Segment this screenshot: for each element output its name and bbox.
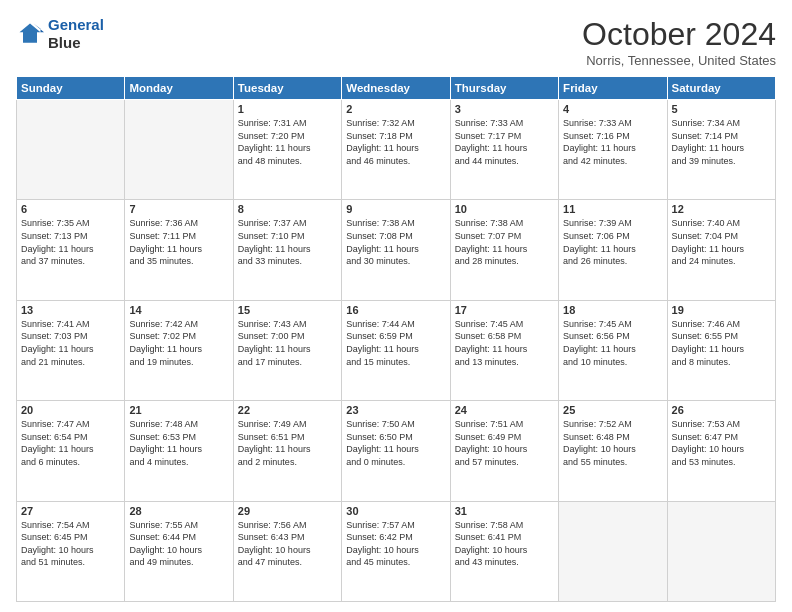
calendar-header: SundayMondayTuesdayWednesdayThursdayFrid…	[17, 77, 776, 100]
logo-icon	[16, 20, 44, 48]
calendar-cell: 2Sunrise: 7:32 AM Sunset: 7:18 PM Daylig…	[342, 100, 450, 200]
day-number: 25	[563, 404, 662, 416]
day-number: 12	[672, 203, 771, 215]
day-number: 22	[238, 404, 337, 416]
calendar-body: 1Sunrise: 7:31 AM Sunset: 7:20 PM Daylig…	[17, 100, 776, 602]
month-title: October 2024	[582, 16, 776, 53]
day-number: 15	[238, 304, 337, 316]
day-info: Sunrise: 7:52 AM Sunset: 6:48 PM Dayligh…	[563, 418, 662, 468]
title-block: October 2024 Norris, Tennessee, United S…	[582, 16, 776, 68]
day-info: Sunrise: 7:45 AM Sunset: 6:56 PM Dayligh…	[563, 318, 662, 368]
day-info: Sunrise: 7:38 AM Sunset: 7:07 PM Dayligh…	[455, 217, 554, 267]
logo: General Blue	[16, 16, 104, 52]
weekday-header: Saturday	[667, 77, 775, 100]
day-info: Sunrise: 7:54 AM Sunset: 6:45 PM Dayligh…	[21, 519, 120, 569]
day-number: 19	[672, 304, 771, 316]
calendar-cell: 30Sunrise: 7:57 AM Sunset: 6:42 PM Dayli…	[342, 501, 450, 601]
day-number: 11	[563, 203, 662, 215]
day-number: 28	[129, 505, 228, 517]
calendar-cell	[125, 100, 233, 200]
day-info: Sunrise: 7:48 AM Sunset: 6:53 PM Dayligh…	[129, 418, 228, 468]
calendar-cell: 11Sunrise: 7:39 AM Sunset: 7:06 PM Dayli…	[559, 200, 667, 300]
day-number: 21	[129, 404, 228, 416]
day-info: Sunrise: 7:47 AM Sunset: 6:54 PM Dayligh…	[21, 418, 120, 468]
day-info: Sunrise: 7:53 AM Sunset: 6:47 PM Dayligh…	[672, 418, 771, 468]
weekday-header: Tuesday	[233, 77, 341, 100]
day-number: 6	[21, 203, 120, 215]
day-info: Sunrise: 7:40 AM Sunset: 7:04 PM Dayligh…	[672, 217, 771, 267]
calendar-cell: 8Sunrise: 7:37 AM Sunset: 7:10 PM Daylig…	[233, 200, 341, 300]
calendar-cell: 14Sunrise: 7:42 AM Sunset: 7:02 PM Dayli…	[125, 300, 233, 400]
calendar-cell: 18Sunrise: 7:45 AM Sunset: 6:56 PM Dayli…	[559, 300, 667, 400]
day-number: 7	[129, 203, 228, 215]
calendar-cell: 21Sunrise: 7:48 AM Sunset: 6:53 PM Dayli…	[125, 401, 233, 501]
calendar-cell: 15Sunrise: 7:43 AM Sunset: 7:00 PM Dayli…	[233, 300, 341, 400]
calendar-cell: 23Sunrise: 7:50 AM Sunset: 6:50 PM Dayli…	[342, 401, 450, 501]
day-number: 16	[346, 304, 445, 316]
day-number: 23	[346, 404, 445, 416]
calendar-cell	[667, 501, 775, 601]
day-number: 13	[21, 304, 120, 316]
day-info: Sunrise: 7:56 AM Sunset: 6:43 PM Dayligh…	[238, 519, 337, 569]
weekday-row: SundayMondayTuesdayWednesdayThursdayFrid…	[17, 77, 776, 100]
day-info: Sunrise: 7:49 AM Sunset: 6:51 PM Dayligh…	[238, 418, 337, 468]
calendar-cell: 27Sunrise: 7:54 AM Sunset: 6:45 PM Dayli…	[17, 501, 125, 601]
day-info: Sunrise: 7:33 AM Sunset: 7:16 PM Dayligh…	[563, 117, 662, 167]
calendar-week: 27Sunrise: 7:54 AM Sunset: 6:45 PM Dayli…	[17, 501, 776, 601]
weekday-header: Friday	[559, 77, 667, 100]
day-number: 24	[455, 404, 554, 416]
calendar-cell: 31Sunrise: 7:58 AM Sunset: 6:41 PM Dayli…	[450, 501, 558, 601]
weekday-header: Thursday	[450, 77, 558, 100]
weekday-header: Sunday	[17, 77, 125, 100]
day-number: 1	[238, 103, 337, 115]
day-number: 31	[455, 505, 554, 517]
day-number: 18	[563, 304, 662, 316]
day-number: 30	[346, 505, 445, 517]
day-number: 9	[346, 203, 445, 215]
day-info: Sunrise: 7:39 AM Sunset: 7:06 PM Dayligh…	[563, 217, 662, 267]
day-info: Sunrise: 7:32 AM Sunset: 7:18 PM Dayligh…	[346, 117, 445, 167]
calendar-cell: 4Sunrise: 7:33 AM Sunset: 7:16 PM Daylig…	[559, 100, 667, 200]
calendar-cell: 16Sunrise: 7:44 AM Sunset: 6:59 PM Dayli…	[342, 300, 450, 400]
calendar-cell: 12Sunrise: 7:40 AM Sunset: 7:04 PM Dayli…	[667, 200, 775, 300]
day-info: Sunrise: 7:38 AM Sunset: 7:08 PM Dayligh…	[346, 217, 445, 267]
calendar-week: 6Sunrise: 7:35 AM Sunset: 7:13 PM Daylig…	[17, 200, 776, 300]
day-info: Sunrise: 7:58 AM Sunset: 6:41 PM Dayligh…	[455, 519, 554, 569]
calendar-cell	[559, 501, 667, 601]
logo-line1: General	[48, 16, 104, 33]
weekday-header: Wednesday	[342, 77, 450, 100]
day-info: Sunrise: 7:45 AM Sunset: 6:58 PM Dayligh…	[455, 318, 554, 368]
calendar-cell: 10Sunrise: 7:38 AM Sunset: 7:07 PM Dayli…	[450, 200, 558, 300]
day-number: 2	[346, 103, 445, 115]
calendar-cell: 13Sunrise: 7:41 AM Sunset: 7:03 PM Dayli…	[17, 300, 125, 400]
calendar-cell: 19Sunrise: 7:46 AM Sunset: 6:55 PM Dayli…	[667, 300, 775, 400]
day-info: Sunrise: 7:37 AM Sunset: 7:10 PM Dayligh…	[238, 217, 337, 267]
day-info: Sunrise: 7:55 AM Sunset: 6:44 PM Dayligh…	[129, 519, 228, 569]
calendar-cell: 25Sunrise: 7:52 AM Sunset: 6:48 PM Dayli…	[559, 401, 667, 501]
day-info: Sunrise: 7:43 AM Sunset: 7:00 PM Dayligh…	[238, 318, 337, 368]
day-info: Sunrise: 7:44 AM Sunset: 6:59 PM Dayligh…	[346, 318, 445, 368]
calendar: SundayMondayTuesdayWednesdayThursdayFrid…	[16, 76, 776, 602]
location: Norris, Tennessee, United States	[582, 53, 776, 68]
calendar-cell: 5Sunrise: 7:34 AM Sunset: 7:14 PM Daylig…	[667, 100, 775, 200]
day-number: 27	[21, 505, 120, 517]
calendar-cell: 6Sunrise: 7:35 AM Sunset: 7:13 PM Daylig…	[17, 200, 125, 300]
day-info: Sunrise: 7:34 AM Sunset: 7:14 PM Dayligh…	[672, 117, 771, 167]
calendar-cell: 26Sunrise: 7:53 AM Sunset: 6:47 PM Dayli…	[667, 401, 775, 501]
calendar-cell: 1Sunrise: 7:31 AM Sunset: 7:20 PM Daylig…	[233, 100, 341, 200]
day-number: 26	[672, 404, 771, 416]
calendar-cell: 24Sunrise: 7:51 AM Sunset: 6:49 PM Dayli…	[450, 401, 558, 501]
header: General Blue October 2024 Norris, Tennes…	[16, 16, 776, 68]
day-info: Sunrise: 7:51 AM Sunset: 6:49 PM Dayligh…	[455, 418, 554, 468]
calendar-week: 1Sunrise: 7:31 AM Sunset: 7:20 PM Daylig…	[17, 100, 776, 200]
calendar-week: 20Sunrise: 7:47 AM Sunset: 6:54 PM Dayli…	[17, 401, 776, 501]
day-number: 4	[563, 103, 662, 115]
day-number: 20	[21, 404, 120, 416]
day-info: Sunrise: 7:36 AM Sunset: 7:11 PM Dayligh…	[129, 217, 228, 267]
page: General Blue October 2024 Norris, Tennes…	[0, 0, 792, 612]
logo-text: General Blue	[48, 16, 104, 52]
day-info: Sunrise: 7:42 AM Sunset: 7:02 PM Dayligh…	[129, 318, 228, 368]
calendar-cell: 28Sunrise: 7:55 AM Sunset: 6:44 PM Dayli…	[125, 501, 233, 601]
calendar-cell: 17Sunrise: 7:45 AM Sunset: 6:58 PM Dayli…	[450, 300, 558, 400]
calendar-cell: 9Sunrise: 7:38 AM Sunset: 7:08 PM Daylig…	[342, 200, 450, 300]
